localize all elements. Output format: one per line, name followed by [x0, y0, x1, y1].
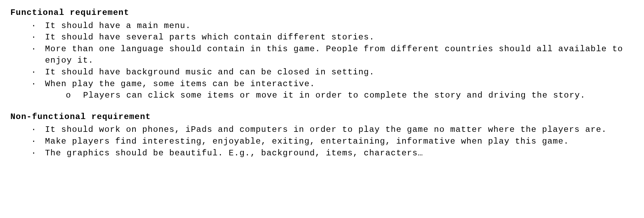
item-text: The graphics should be beautiful. E.g., … — [45, 148, 423, 158]
heading-nonfunctional: Non-functional requirement — [10, 111, 634, 123]
item-text: More than one language should contain in… — [45, 44, 623, 65]
item-text: It should work on phones, iPads and comp… — [45, 125, 607, 134]
sub-list-item: Players can click some items or move it … — [66, 90, 634, 101]
list-item: It should work on phones, iPads and comp… — [31, 124, 634, 136]
list-item: It should have background music and can … — [31, 66, 634, 78]
list-item: It should have a main menu. — [31, 20, 634, 32]
item-text: Make players find interesting, enjoyable… — [45, 137, 569, 146]
list-item: When play the game, some items can be in… — [31, 78, 634, 101]
sub-item-text: Players can click some items or move it … — [83, 91, 585, 100]
sub-list: Players can click some items or move it … — [45, 90, 634, 101]
nonfunctional-list: It should work on phones, iPads and comp… — [10, 124, 634, 159]
list-item: Make players find interesting, enjoyable… — [31, 136, 634, 147]
functional-list: It should have a main menu. It should ha… — [10, 20, 634, 101]
item-text: When play the game, some items can be in… — [45, 79, 315, 89]
item-text: It should have background music and can … — [45, 67, 375, 77]
list-item: More than one language should contain in… — [31, 43, 634, 66]
list-item: The graphics should be beautiful. E.g., … — [31, 147, 634, 159]
heading-functional: Functional requirement — [10, 7, 634, 19]
item-text: It should have several parts which conta… — [45, 33, 375, 42]
list-item: It should have several parts which conta… — [31, 31, 634, 43]
item-text: It should have a main menu. — [45, 21, 191, 30]
